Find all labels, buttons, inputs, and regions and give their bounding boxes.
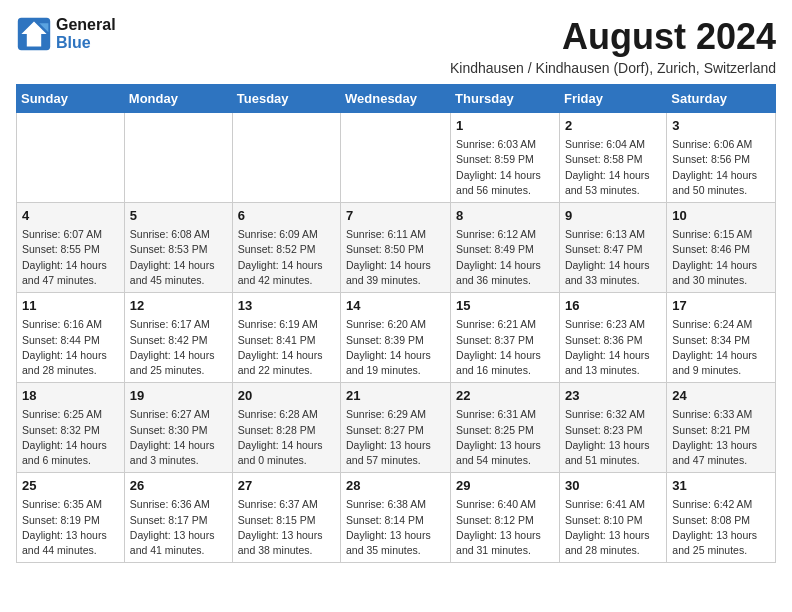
calendar-week-row: 25Sunrise: 6:35 AM Sunset: 8:19 PM Dayli…: [17, 473, 776, 563]
day-info: Sunrise: 6:38 AM Sunset: 8:14 PM Dayligh…: [346, 497, 445, 558]
day-info: Sunrise: 6:17 AM Sunset: 8:42 PM Dayligh…: [130, 317, 227, 378]
day-info: Sunrise: 6:12 AM Sunset: 8:49 PM Dayligh…: [456, 227, 554, 288]
logo-icon: [16, 16, 52, 52]
calendar-header-row: SundayMondayTuesdayWednesdayThursdayFrid…: [17, 85, 776, 113]
day-number: 2: [565, 117, 661, 135]
calendar-cell: 21Sunrise: 6:29 AM Sunset: 8:27 PM Dayli…: [341, 383, 451, 473]
day-of-week-header: Monday: [124, 85, 232, 113]
calendar-cell: 3Sunrise: 6:06 AM Sunset: 8:56 PM Daylig…: [667, 113, 776, 203]
header: General Blue August 2024 Kindhausen / Ki…: [16, 16, 776, 76]
day-number: 23: [565, 387, 661, 405]
day-info: Sunrise: 6:04 AM Sunset: 8:58 PM Dayligh…: [565, 137, 661, 198]
day-info: Sunrise: 6:11 AM Sunset: 8:50 PM Dayligh…: [346, 227, 445, 288]
day-of-week-header: Thursday: [451, 85, 560, 113]
day-number: 21: [346, 387, 445, 405]
calendar-week-row: 11Sunrise: 6:16 AM Sunset: 8:44 PM Dayli…: [17, 293, 776, 383]
day-info: Sunrise: 6:24 AM Sunset: 8:34 PM Dayligh…: [672, 317, 770, 378]
calendar-cell: 31Sunrise: 6:42 AM Sunset: 8:08 PM Dayli…: [667, 473, 776, 563]
day-number: 6: [238, 207, 335, 225]
day-number: 30: [565, 477, 661, 495]
day-info: Sunrise: 6:35 AM Sunset: 8:19 PM Dayligh…: [22, 497, 119, 558]
day-number: 22: [456, 387, 554, 405]
calendar-cell: 23Sunrise: 6:32 AM Sunset: 8:23 PM Dayli…: [559, 383, 666, 473]
day-info: Sunrise: 6:40 AM Sunset: 8:12 PM Dayligh…: [456, 497, 554, 558]
day-number: 5: [130, 207, 227, 225]
calendar-cell: 2Sunrise: 6:04 AM Sunset: 8:58 PM Daylig…: [559, 113, 666, 203]
day-info: Sunrise: 6:29 AM Sunset: 8:27 PM Dayligh…: [346, 407, 445, 468]
calendar-cell: 14Sunrise: 6:20 AM Sunset: 8:39 PM Dayli…: [341, 293, 451, 383]
day-number: 11: [22, 297, 119, 315]
day-number: 29: [456, 477, 554, 495]
calendar-cell: 30Sunrise: 6:41 AM Sunset: 8:10 PM Dayli…: [559, 473, 666, 563]
day-number: 8: [456, 207, 554, 225]
day-number: 14: [346, 297, 445, 315]
day-info: Sunrise: 6:08 AM Sunset: 8:53 PM Dayligh…: [130, 227, 227, 288]
logo: General Blue: [16, 16, 116, 52]
calendar-week-row: 4Sunrise: 6:07 AM Sunset: 8:55 PM Daylig…: [17, 203, 776, 293]
day-number: 16: [565, 297, 661, 315]
calendar-cell: 24Sunrise: 6:33 AM Sunset: 8:21 PM Dayli…: [667, 383, 776, 473]
calendar-cell: 11Sunrise: 6:16 AM Sunset: 8:44 PM Dayli…: [17, 293, 125, 383]
day-of-week-header: Friday: [559, 85, 666, 113]
calendar-cell: 8Sunrise: 6:12 AM Sunset: 8:49 PM Daylig…: [451, 203, 560, 293]
calendar-cell: 29Sunrise: 6:40 AM Sunset: 8:12 PM Dayli…: [451, 473, 560, 563]
day-number: 12: [130, 297, 227, 315]
location-subtitle: Kindhausen / Kindhausen (Dorf), Zurich, …: [450, 60, 776, 76]
day-info: Sunrise: 6:06 AM Sunset: 8:56 PM Dayligh…: [672, 137, 770, 198]
day-info: Sunrise: 6:27 AM Sunset: 8:30 PM Dayligh…: [130, 407, 227, 468]
day-number: 31: [672, 477, 770, 495]
day-info: Sunrise: 6:31 AM Sunset: 8:25 PM Dayligh…: [456, 407, 554, 468]
day-number: 25: [22, 477, 119, 495]
day-of-week-header: Saturday: [667, 85, 776, 113]
day-info: Sunrise: 6:25 AM Sunset: 8:32 PM Dayligh…: [22, 407, 119, 468]
calendar-week-row: 18Sunrise: 6:25 AM Sunset: 8:32 PM Dayli…: [17, 383, 776, 473]
month-title: August 2024: [450, 16, 776, 58]
day-number: 24: [672, 387, 770, 405]
calendar-week-row: 1Sunrise: 6:03 AM Sunset: 8:59 PM Daylig…: [17, 113, 776, 203]
day-number: 15: [456, 297, 554, 315]
calendar-cell: 26Sunrise: 6:36 AM Sunset: 8:17 PM Dayli…: [124, 473, 232, 563]
day-info: Sunrise: 6:23 AM Sunset: 8:36 PM Dayligh…: [565, 317, 661, 378]
day-info: Sunrise: 6:20 AM Sunset: 8:39 PM Dayligh…: [346, 317, 445, 378]
day-of-week-header: Sunday: [17, 85, 125, 113]
day-number: 17: [672, 297, 770, 315]
calendar-cell: 20Sunrise: 6:28 AM Sunset: 8:28 PM Dayli…: [232, 383, 340, 473]
calendar-cell: [232, 113, 340, 203]
calendar-cell: 18Sunrise: 6:25 AM Sunset: 8:32 PM Dayli…: [17, 383, 125, 473]
day-info: Sunrise: 6:07 AM Sunset: 8:55 PM Dayligh…: [22, 227, 119, 288]
day-info: Sunrise: 6:03 AM Sunset: 8:59 PM Dayligh…: [456, 137, 554, 198]
calendar-cell: 4Sunrise: 6:07 AM Sunset: 8:55 PM Daylig…: [17, 203, 125, 293]
day-number: 3: [672, 117, 770, 135]
title-area: August 2024 Kindhausen / Kindhausen (Dor…: [450, 16, 776, 76]
day-info: Sunrise: 6:36 AM Sunset: 8:17 PM Dayligh…: [130, 497, 227, 558]
calendar-cell: 1Sunrise: 6:03 AM Sunset: 8:59 PM Daylig…: [451, 113, 560, 203]
calendar-cell: 5Sunrise: 6:08 AM Sunset: 8:53 PM Daylig…: [124, 203, 232, 293]
calendar-cell: [17, 113, 125, 203]
calendar-cell: 12Sunrise: 6:17 AM Sunset: 8:42 PM Dayli…: [124, 293, 232, 383]
calendar-cell: 13Sunrise: 6:19 AM Sunset: 8:41 PM Dayli…: [232, 293, 340, 383]
logo-text: General Blue: [56, 16, 116, 52]
day-number: 18: [22, 387, 119, 405]
day-number: 4: [22, 207, 119, 225]
day-info: Sunrise: 6:33 AM Sunset: 8:21 PM Dayligh…: [672, 407, 770, 468]
day-of-week-header: Wednesday: [341, 85, 451, 113]
day-info: Sunrise: 6:16 AM Sunset: 8:44 PM Dayligh…: [22, 317, 119, 378]
day-number: 1: [456, 117, 554, 135]
day-number: 13: [238, 297, 335, 315]
day-info: Sunrise: 6:15 AM Sunset: 8:46 PM Dayligh…: [672, 227, 770, 288]
calendar-cell: 22Sunrise: 6:31 AM Sunset: 8:25 PM Dayli…: [451, 383, 560, 473]
day-info: Sunrise: 6:19 AM Sunset: 8:41 PM Dayligh…: [238, 317, 335, 378]
day-number: 7: [346, 207, 445, 225]
day-number: 26: [130, 477, 227, 495]
day-number: 28: [346, 477, 445, 495]
day-number: 20: [238, 387, 335, 405]
calendar-cell: [124, 113, 232, 203]
day-number: 9: [565, 207, 661, 225]
calendar-cell: 10Sunrise: 6:15 AM Sunset: 8:46 PM Dayli…: [667, 203, 776, 293]
day-info: Sunrise: 6:09 AM Sunset: 8:52 PM Dayligh…: [238, 227, 335, 288]
calendar-cell: 16Sunrise: 6:23 AM Sunset: 8:36 PM Dayli…: [559, 293, 666, 383]
calendar-cell: 15Sunrise: 6:21 AM Sunset: 8:37 PM Dayli…: [451, 293, 560, 383]
calendar-cell: 7Sunrise: 6:11 AM Sunset: 8:50 PM Daylig…: [341, 203, 451, 293]
day-info: Sunrise: 6:28 AM Sunset: 8:28 PM Dayligh…: [238, 407, 335, 468]
calendar-table: SundayMondayTuesdayWednesdayThursdayFrid…: [16, 84, 776, 563]
